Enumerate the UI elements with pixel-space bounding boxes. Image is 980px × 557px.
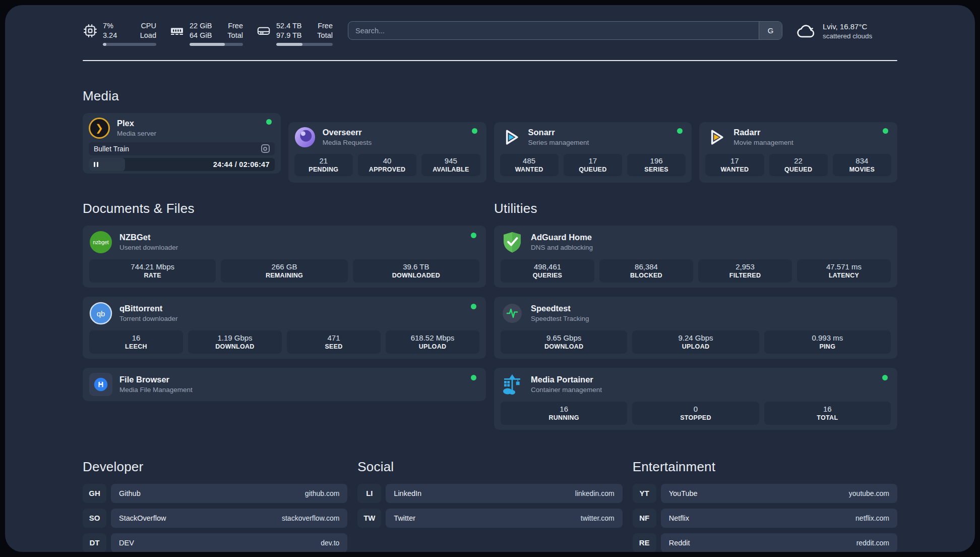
qbittorrent-logo: qb [89,302,112,325]
bookmark-url: reddit.com [856,539,889,547]
memory-total-value: 64 GiB [190,31,212,40]
app-card-filebrowser[interactable]: File Browser Media File Management [83,368,486,401]
stat-downloaded: 39.6 TB DOWNLOADED [353,259,479,283]
bookmark-youtube[interactable]: YT YouTube youtube.com [633,484,897,503]
top-bar: 7% CPU 3.24 Load [83,5,897,46]
stat-seed: 471 SEED [287,330,381,354]
disk-icon [256,23,271,38]
overseerr-logo [294,127,316,148]
filebrowser-logo [89,373,112,396]
bookmark-linkedin[interactable]: LI LinkedIn linkedin.com [357,484,622,503]
bookmark-dev[interactable]: DT DEV dev.to [83,533,347,552]
app-card-overseerr[interactable]: Overseerr Media Requests 21 PENDING 40 A… [288,122,486,183]
bookmark-url: linkedin.com [575,489,615,497]
status-dot-online [677,128,683,134]
app-name: File Browser [119,374,460,385]
disk-progress-bar [276,43,333,46]
section-title-documents: Documents & Files [83,201,486,216]
bookmark-name: DEV [119,539,134,547]
ram-icon [169,23,185,38]
bookmark-stackoverflow[interactable]: SO StackOverflow stackoverflow.com [83,509,347,528]
app-card-qbittorrent[interactable]: qb qBittorrent Torrent downloader 16 LEE… [83,297,486,359]
stat-wanted: 485 WANTED [500,154,559,176]
bookmark-group-social: Social LI LinkedIn linkedin.com TW Twitt… [357,459,622,552]
app-subtitle: Series management [528,138,666,147]
app-name: Overseerr [323,127,461,138]
app-card-nzbget[interactable]: nzbget NZBGet Usenet downloader 744.21 M… [83,226,486,288]
stat-queries: 498,461 QUERIES [501,259,594,283]
bookmark-netflix[interactable]: NF Netflix netflix.com [633,509,897,528]
bookmark-url: twitter.com [581,514,615,522]
stat-queued: 22 QUEUED [769,154,828,176]
app-subtitle: Container management [531,385,871,395]
cpu-usage-value: 7% [103,21,113,31]
stat-stopped: 0 STOPPED [632,402,759,425]
stat-remaining: 266 GB REMAINING [221,259,347,283]
app-card-speedtest[interactable]: Speedtest Speedtest Tracking 9.65 Gbps D… [494,297,897,359]
stat-latency: 47.571 ms LATENCY [797,259,891,283]
search-input[interactable] [348,22,759,39]
now-playing-title: Bullet Train [94,145,129,153]
stat-movies: 834 MOVIES [833,154,891,176]
app-subtitle: Media Requests [323,138,461,147]
status-dot-online [471,304,476,309]
bookmark-name: Reddit [669,539,690,547]
pause-icon [94,162,98,167]
stat-download: 9.65 Gbps DOWNLOAD [501,330,627,354]
app-name: AdGuard Home [531,232,891,243]
stat-queued: 17 QUEUED [564,154,622,176]
stat-blocked: 86,384 BLOCKED [599,259,693,283]
app-subtitle: Usenet downloader [119,243,460,252]
app-name: Plex [117,118,255,129]
bookmark-tag: RE [633,533,656,552]
app-subtitle: Media server [117,129,255,138]
video-session-icon[interactable] [261,144,270,153]
playback-progress-bar: 24:44 / 02:06:47 [89,158,275,171]
portainer-logo [501,373,524,396]
bookmark-name: StackOverflow [119,514,166,522]
stat-series: 196 SERIES [627,154,686,176]
bookmark-tag: LI [357,484,381,503]
stat-filtered: 2,953 FILTERED [698,259,792,283]
google-search-button[interactable]: G [759,22,782,39]
app-subtitle: DNS and adblocking [531,243,891,252]
bookmark-twitter[interactable]: TW Twitter twitter.com [357,509,622,528]
bookmark-group-developer: Developer GH Github github.com SO StackO… [83,459,347,552]
cpu-progress-bar [103,43,156,46]
bookmark-url: youtube.com [849,489,889,497]
bookmark-tag: SO [83,509,106,528]
header-divider [83,60,897,61]
disk-free-value: 52.4 TB [276,21,302,31]
app-card-portainer[interactable]: Media Portainer Container management 16 … [494,368,897,430]
stat-pending: 21 PENDING [294,154,353,176]
bookmark-github[interactable]: GH Github github.com [83,484,347,503]
section-title-entertainment: Entertainment [633,459,897,475]
section-title-developer: Developer [83,459,347,475]
app-card-plex[interactable]: ❯ Plex Media server Bullet Train 24:44 / [83,113,281,174]
search-bar: G [348,21,782,40]
utilities-column: Utilities AdGuard Home [494,201,897,430]
media-grid: ❯ Plex Media server Bullet Train 24:44 / [83,113,897,183]
disk-total-label: Total [317,31,333,40]
app-name: Media Portainer [531,374,871,385]
radarr-logo [705,127,726,148]
bookmark-tag: TW [357,509,381,528]
weather-condition: scattered clouds [823,32,872,41]
app-name: qBittorrent [119,303,460,314]
app-card-adguard[interactable]: AdGuard Home DNS and adblocking 498,461 … [494,226,897,288]
disk-metric: 52.4 TB Free 97.9 TB Total [256,21,333,46]
bookmark-reddit[interactable]: RE Reddit reddit.com [633,533,897,552]
app-name: Radarr [733,127,872,138]
bookmark-name: Twitter [394,514,415,522]
app-card-radarr[interactable]: Radarr Movie management 17 WANTED 22 QUE… [699,122,897,183]
app-card-sonarr[interactable]: Sonarr Series management 485 WANTED 17 Q… [494,122,692,183]
disk-total-value: 97.9 TB [276,31,302,40]
cloud-icon [797,21,817,41]
now-playing-row: Bullet Train [89,142,275,155]
dashboard-panel: 7% CPU 3.24 Load [5,5,975,552]
stat-wanted: 17 WANTED [705,154,764,176]
plex-logo: ❯ [89,118,110,139]
stat-download: 1.19 Gbps DOWNLOAD [188,330,282,354]
stat-running: 16 RUNNING [501,402,627,425]
documents-column: Documents & Files nzbget NZBGet Usenet d [83,201,486,430]
